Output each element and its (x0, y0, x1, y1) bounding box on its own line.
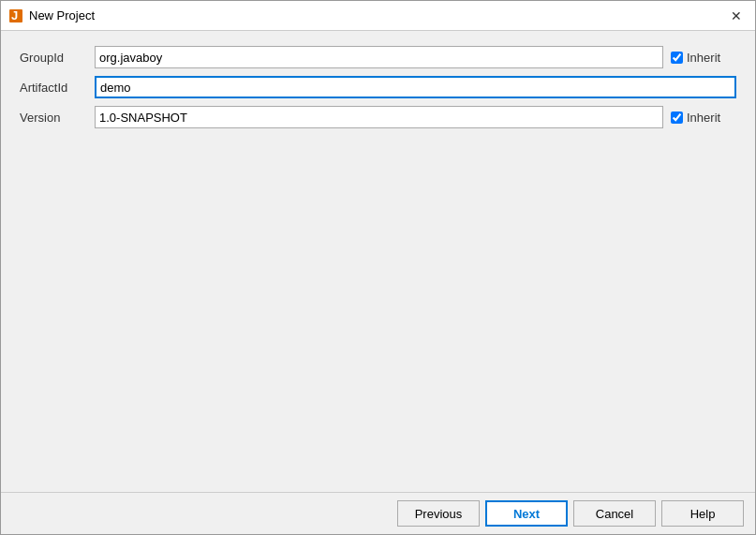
groupid-label: GroupId (20, 51, 95, 65)
version-inherit-label: Inherit (687, 111, 720, 125)
help-button[interactable]: Help (661, 500, 744, 527)
dialog-footer: Previous Next Cancel Help (1, 492, 755, 534)
groupid-inherit-label: Inherit (687, 51, 720, 65)
dialog-content: GroupId Inherit ArtifactId Version (1, 31, 755, 492)
cancel-button[interactable]: Cancel (573, 500, 656, 527)
artifactid-input[interactable] (95, 76, 736, 98)
version-row: Version Inherit (20, 106, 736, 128)
previous-button[interactable]: Previous (397, 500, 480, 527)
svg-text:J: J (11, 8, 18, 22)
title-bar: J New Project ✕ (1, 1, 755, 31)
dialog-title: New Project (29, 8, 95, 22)
groupid-input[interactable] (95, 46, 663, 68)
groupid-row: GroupId Inherit (20, 46, 736, 68)
close-button[interactable]: ✕ (725, 7, 748, 25)
artifactid-row: ArtifactId (20, 76, 736, 98)
artifactid-label: ArtifactId (20, 81, 95, 95)
version-inherit-checkbox[interactable] (671, 111, 683, 124)
app-icon: J (8, 8, 23, 23)
groupid-inherit-checkbox[interactable] (671, 52, 683, 64)
new-project-dialog: J New Project ✕ GroupId Inherit Artifact… (0, 0, 756, 535)
next-button[interactable]: Next (485, 500, 568, 527)
version-label: Version (20, 111, 95, 125)
version-input[interactable] (95, 106, 663, 128)
